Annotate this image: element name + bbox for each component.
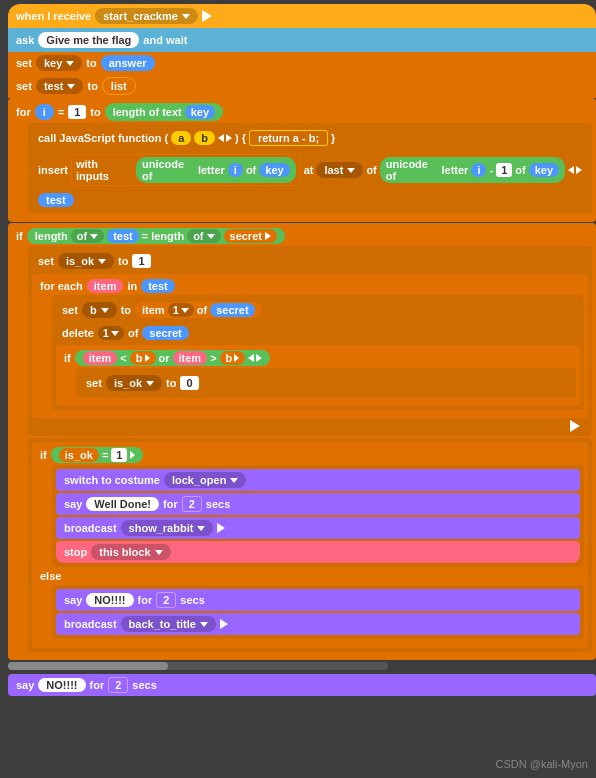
at-dropdown[interactable]: last <box>316 162 363 178</box>
set-b-var[interactable]: b <box>82 302 117 318</box>
delete-block[interactable]: delete 1 of secret <box>56 323 580 343</box>
if-item-header[interactable]: if item < b or item <box>56 348 278 368</box>
hat-block[interactable]: when I receive start_crackme <box>8 4 596 28</box>
call-js-block[interactable]: call JavaScript function ( a b ) { retur… <box>32 127 341 149</box>
insert-block[interactable]: insert with inputs unicode of letter i o… <box>32 151 588 189</box>
with-inputs-block: with inputs unicode of letter i of key <box>71 154 301 186</box>
set-b-item-block: item 1 of secret <box>135 302 262 318</box>
for-key-var: key <box>185 105 215 119</box>
set-is-ok2-val: 0 <box>180 376 198 390</box>
set-b-list: secret <box>210 303 254 317</box>
at-arrow <box>347 168 355 173</box>
if-length-header[interactable]: if length of test = length of secr <box>8 226 293 246</box>
scrollbar-thumb[interactable] <box>8 662 168 670</box>
set-key-arrow <box>66 61 74 66</box>
hat-value: start_crackme <box>103 10 178 22</box>
ask-label: ask <box>16 34 34 46</box>
set-test-arrow <box>67 84 75 89</box>
for-each-outer: for each item in test set b <box>32 274 588 418</box>
item-var2: item <box>173 351 208 365</box>
for-each-item: item <box>87 279 124 293</box>
set-key-val: answer <box>101 55 155 71</box>
set-test-var[interactable]: test <box>36 78 84 94</box>
say-no-num: 2 <box>156 592 176 608</box>
for-each-header[interactable]: for each item in test <box>32 277 183 295</box>
if-length-condition: length of test = length of secret <box>27 228 285 244</box>
set-is-ok2-var[interactable]: is_ok <box>106 375 162 391</box>
if-length-dd[interactable]: of <box>71 229 104 243</box>
set-b-item-num[interactable]: 1 <box>168 303 194 317</box>
unicode-arrows2[interactable] <box>568 166 582 174</box>
if-is-ok-outer: if is_ok = 1 switch to costume <box>32 442 588 648</box>
if-length-dd2[interactable]: of <box>187 229 220 243</box>
set-is-ok-block[interactable]: set is_ok to 1 <box>32 250 588 272</box>
say-well-done-block[interactable]: say Well Done! for 2 secs <box>56 493 580 515</box>
set-is-ok-val: 1 <box>132 254 150 268</box>
test-var-pill: test <box>38 193 74 207</box>
set-test-label: set <box>16 80 32 92</box>
say-no2-block[interactable]: say NO!!!! for 2 secs <box>8 674 596 696</box>
unicode-i-var1: i <box>228 163 243 177</box>
unicode-key-var2: key <box>529 163 559 177</box>
stop-block[interactable]: stop this block <box>56 541 580 563</box>
if-length-outer: if length of test = length of secr <box>8 223 596 660</box>
set-test-val: list <box>102 77 136 95</box>
js-arrows[interactable] <box>218 134 232 142</box>
else-label: else <box>32 567 588 585</box>
hat-dropdown[interactable]: start_crackme <box>95 8 198 24</box>
for-start: 1 <box>68 105 86 119</box>
b-var1: b <box>130 351 156 365</box>
js-code: return a - b; <box>249 130 328 146</box>
stop-dropdown[interactable]: this block <box>91 544 170 560</box>
workspace: ↩ when I receive start_crackme ask Give … <box>0 0 596 778</box>
broadcast-back-block[interactable]: broadcast back_to_title <box>56 613 580 635</box>
if-test-var: test <box>107 229 139 243</box>
hat-label: when I receive <box>16 10 91 22</box>
broadcast-show-block[interactable]: broadcast show_rabbit <box>56 517 580 539</box>
js-b-param: b <box>194 131 215 145</box>
ask-value: Give me the flag <box>38 32 139 48</box>
is-ok-val: 1 <box>111 448 127 462</box>
broadcast-back-dropdown[interactable]: back_to_title <box>121 616 216 632</box>
set-is-ok-var[interactable]: is_ok <box>58 253 114 269</box>
if-is-ok-header[interactable]: if is_ok = 1 <box>32 445 151 465</box>
if-item-condition: item < b or item > <box>75 350 271 366</box>
if-right-arrow <box>570 420 580 432</box>
set-key-label: set <box>16 57 32 69</box>
set-is-ok2-block[interactable]: set is_ok to 0 <box>80 372 205 394</box>
set-key-block[interactable]: set key to answer <box>8 52 596 74</box>
hat-trigger-icon <box>202 10 212 22</box>
costume-dropdown[interactable]: lock_open <box>164 472 246 488</box>
unicode-of-block1: unicode of letter i of key <box>136 157 296 183</box>
set-test-block[interactable]: set test to list <box>8 74 596 98</box>
set-key-var[interactable]: key <box>36 55 82 71</box>
scrollbar[interactable] <box>8 662 388 670</box>
hat-arrow <box>182 14 190 19</box>
if-item-arrows[interactable] <box>248 354 262 362</box>
delete-num[interactable]: 1 <box>98 326 124 340</box>
broadcast-show-dropdown[interactable]: show_rabbit <box>121 520 214 536</box>
for-footer <box>8 213 596 219</box>
say-no-block[interactable]: say NO!!!! for 2 secs <box>56 589 580 611</box>
for-each-list: test <box>141 279 175 293</box>
say-well-done-val: Well Done! <box>86 497 159 511</box>
for-i-var: i <box>35 104 54 120</box>
say-no-val: NO!!!! <box>86 593 133 607</box>
for-length-block[interactable]: length of text key <box>105 103 223 121</box>
for-header[interactable]: for i = 1 to length of text key <box>8 101 231 123</box>
unicode-key-var1: key <box>259 163 289 177</box>
watermark: CSDN @kali-Myon <box>496 758 588 770</box>
set-b-block[interactable]: set b to item 1 <box>56 299 580 321</box>
js-a-param: a <box>171 131 191 145</box>
delete-list: secret <box>142 326 188 340</box>
switch-costume-block[interactable]: switch to costume lock_open <box>56 469 580 491</box>
if-item-outer: if item < b or item <box>56 345 580 406</box>
for-block-outer: for i = 1 to length of text key call Jav… <box>8 98 596 222</box>
ask-block[interactable]: ask Give me the flag and wait <box>8 28 596 52</box>
is-ok-var: is_ok <box>59 448 99 462</box>
item-var1: item <box>83 351 118 365</box>
say-no2-val: NO!!!! <box>38 678 85 692</box>
unicode-one: 1 <box>496 163 512 177</box>
ask-suffix: and wait <box>143 34 187 46</box>
if-secret-var: secret <box>224 229 277 243</box>
